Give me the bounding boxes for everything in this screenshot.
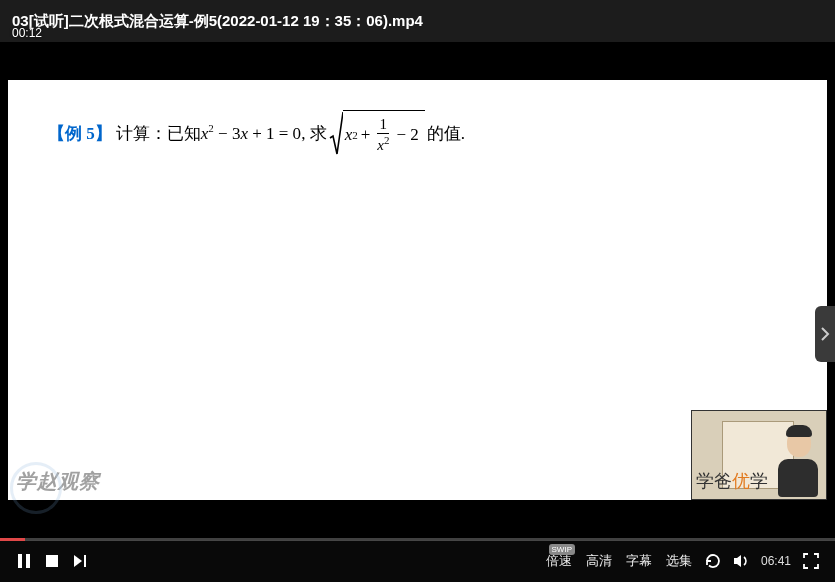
next-icon	[72, 553, 88, 569]
loop-button[interactable]	[699, 547, 727, 575]
subtitle-button[interactable]: 字幕	[626, 552, 652, 570]
stop-icon	[45, 554, 59, 568]
time-duration: 06:41	[761, 554, 791, 568]
quality-button[interactable]: 高清	[586, 552, 612, 570]
square-root: x2+ 1 x2 − 2	[329, 110, 425, 156]
time-current-overlay: 00:12	[12, 26, 42, 40]
pause-button[interactable]	[10, 547, 38, 575]
swipe-badge: SWIP	[549, 544, 575, 555]
svg-rect-2	[46, 555, 58, 567]
fullscreen-icon	[803, 553, 819, 569]
problem-tail: 的值.	[427, 122, 465, 145]
playback-rate-button[interactable]: 倍速 SWIP	[546, 552, 572, 570]
progress-bar[interactable]	[0, 538, 835, 541]
pause-icon	[16, 553, 32, 569]
video-controls: 倍速 SWIP 高清 字幕 选集 06:41	[0, 540, 835, 582]
stop-button[interactable]	[38, 547, 66, 575]
svg-rect-0	[18, 554, 22, 568]
problem-mid: , 求	[301, 122, 327, 145]
problem-lead: 计算：已知	[116, 122, 201, 145]
next-button[interactable]	[66, 547, 94, 575]
example-tag: 【例 5】	[48, 122, 112, 145]
pip-watermark: 学爸优学	[696, 469, 768, 493]
side-panel-handle[interactable]	[815, 306, 835, 362]
loop-icon	[704, 552, 722, 570]
svg-rect-3	[84, 555, 86, 567]
video-title: 03[试听]二次根式混合运算-例5(2022-01-12 19：35：06).m…	[12, 12, 423, 31]
volume-button[interactable]	[727, 547, 755, 575]
problem-text: 【例 5】 计算：已知 x2 − 3x + 1 = 0 , 求 x2+ 1 x2	[48, 110, 465, 156]
volume-icon	[732, 552, 750, 570]
playlist-button[interactable]: 选集	[666, 552, 692, 570]
watermark-left: 学赵观察	[16, 468, 100, 495]
fullscreen-button[interactable]	[797, 547, 825, 575]
svg-rect-1	[26, 554, 30, 568]
picture-in-picture[interactable]: 学爸优学	[691, 410, 827, 500]
video-stage[interactable]: 【例 5】 计算：已知 x2 − 3x + 1 = 0 , 求 x2+ 1 x2	[0, 42, 835, 540]
frac-numerator: 1	[380, 117, 388, 133]
chevron-right-icon	[820, 326, 830, 342]
